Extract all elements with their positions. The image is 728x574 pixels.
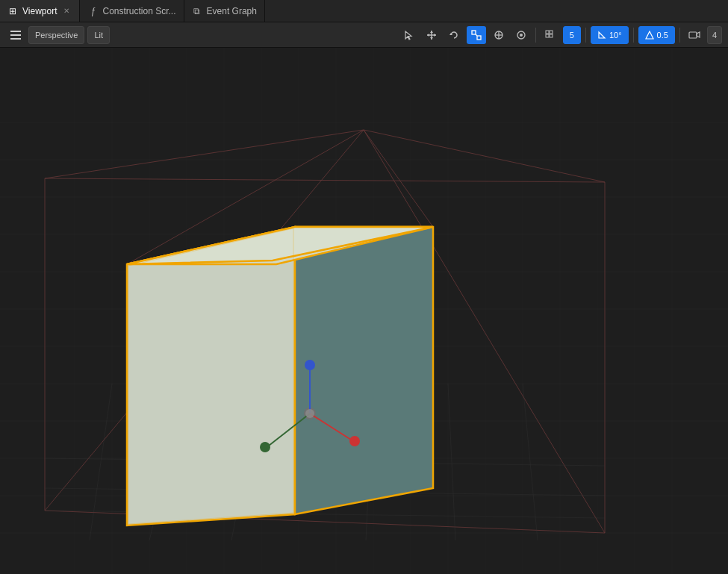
- viewport-tab-close[interactable]: ✕: [61, 6, 72, 16]
- svg-point-18: [520, 34, 523, 37]
- rotate-icon: [449, 30, 459, 40]
- separator-2: [585, 28, 586, 43]
- tab-viewport[interactable]: ⊞ Viewport ✕: [0, 0, 80, 22]
- svg-rect-12: [477, 36, 481, 40]
- move-tool-button[interactable]: [422, 26, 441, 44]
- grid-value-button[interactable]: 5: [563, 26, 581, 44]
- angle-snap-icon: [597, 31, 606, 40]
- scale-snap-button[interactable]: 0.5: [638, 26, 675, 44]
- place-icon: [516, 30, 526, 40]
- svg-marker-9: [434, 34, 436, 37]
- grid-snap-button[interactable]: [541, 26, 560, 44]
- camera-button[interactable]: [685, 26, 704, 44]
- svg-point-83: [349, 436, 360, 446]
- svg-rect-19: [546, 31, 549, 34]
- hamburger-menu-button[interactable]: [6, 26, 25, 44]
- svg-marker-25: [697, 32, 700, 37]
- viewport-scene: [0, 48, 728, 574]
- svg-rect-20: [550, 31, 553, 34]
- construction-tab-label: Construction Scr...: [102, 6, 175, 16]
- svg-marker-3: [405, 31, 411, 40]
- lit-button[interactable]: Lit: [87, 26, 110, 44]
- lit-label: Lit: [94, 31, 103, 40]
- viewport-tab-icon: ⊞: [7, 6, 18, 16]
- separator-4: [679, 28, 680, 43]
- perspective-label: Perspective: [35, 31, 78, 40]
- svg-point-85: [260, 442, 270, 452]
- grid-value-label: 5: [570, 31, 574, 40]
- hamburger-icon: [10, 31, 21, 40]
- svg-point-86: [305, 409, 314, 418]
- tab-bar: ⊞ Viewport ✕ ƒ Construction Scr... ⧉ Eve…: [0, 0, 728, 22]
- select-icon: [404, 30, 414, 40]
- place-tool-button[interactable]: [511, 26, 531, 44]
- angle-value-label: 10°: [609, 31, 622, 40]
- camera-count-label: 4: [712, 31, 717, 40]
- separator-1: [535, 28, 536, 43]
- svg-marker-23: [646, 31, 653, 39]
- svg-marker-7: [430, 37, 433, 40]
- transform-tool-button[interactable]: [489, 26, 508, 44]
- scale-tool-button[interactable]: [467, 26, 486, 44]
- svg-rect-22: [550, 34, 553, 37]
- viewport-area[interactable]: [0, 48, 728, 574]
- svg-point-81: [305, 360, 315, 370]
- svg-marker-75: [127, 227, 295, 525]
- svg-rect-1: [10, 34, 21, 36]
- angle-snap-button[interactable]: 10°: [591, 26, 629, 44]
- transform-icon: [494, 30, 504, 40]
- move-icon: [426, 30, 437, 40]
- tab-construction-script[interactable]: ƒ Construction Scr...: [80, 0, 184, 22]
- svg-marker-76: [295, 227, 433, 514]
- tab-event-graph[interactable]: ⧉ Event Graph: [184, 0, 265, 22]
- svg-rect-2: [10, 38, 21, 40]
- viewport-tab-label: Viewport: [22, 6, 57, 16]
- perspective-button[interactable]: Perspective: [28, 26, 84, 44]
- svg-marker-8: [427, 34, 429, 37]
- rotate-tool-button[interactable]: [444, 26, 464, 44]
- event-graph-tab-label: Event Graph: [207, 6, 257, 16]
- construction-tab-icon: ƒ: [87, 6, 98, 16]
- svg-rect-21: [546, 34, 549, 37]
- camera-count-button[interactable]: 4: [707, 26, 722, 44]
- scale-value-label: 0.5: [657, 31, 668, 40]
- svg-line-13: [476, 34, 477, 36]
- svg-rect-24: [689, 32, 697, 38]
- svg-marker-6: [430, 31, 433, 33]
- grid-icon: [545, 30, 556, 40]
- separator-3: [633, 28, 634, 43]
- scale-snap-icon: [645, 31, 654, 40]
- viewport-toolbar: Perspective Lit: [0, 22, 728, 48]
- scale-icon: [471, 30, 482, 40]
- camera-icon: [688, 31, 700, 40]
- event-graph-tab-icon: ⧉: [192, 6, 202, 16]
- svg-rect-11: [472, 31, 476, 34]
- svg-rect-0: [10, 31, 21, 32]
- select-tool-button[interactable]: [399, 26, 419, 44]
